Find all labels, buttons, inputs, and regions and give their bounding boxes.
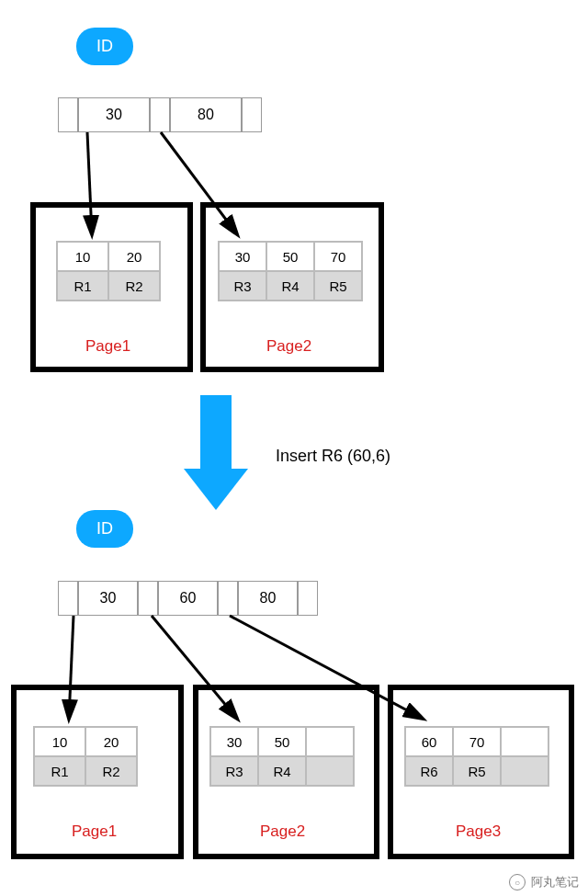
page-table: 60 70 R6 R5: [404, 726, 549, 787]
id-badge-after: ID: [76, 510, 133, 548]
root-key: 80: [238, 581, 298, 616]
row-cell: R3: [210, 756, 258, 786]
root-key: 60: [158, 581, 218, 616]
key-cell: 50: [266, 242, 314, 271]
row-cell: [501, 756, 548, 786]
key-cell: 30: [210, 727, 258, 756]
page-label: Page1: [72, 822, 117, 841]
row-cell: R6: [405, 756, 453, 786]
row-cell: R5: [453, 756, 501, 786]
key-cell: 10: [34, 727, 85, 756]
key-cell: 20: [108, 242, 160, 271]
page-label: Page2: [266, 337, 311, 356]
transition-label: Insert R6 (60,6): [276, 447, 390, 466]
root-cell: [298, 581, 318, 616]
root-key: 30: [78, 97, 150, 132]
root-key: 80: [170, 97, 242, 132]
root-cell: [218, 581, 238, 616]
root-key: 30: [78, 581, 138, 616]
row-cell: R1: [34, 756, 85, 786]
page-table: 30 50 70 R3 R4 R5: [218, 241, 363, 301]
row-cell: R2: [85, 756, 137, 786]
root-cell: [150, 97, 170, 132]
page-label: Page3: [456, 822, 501, 841]
root-cell: [138, 581, 158, 616]
row-cell: [306, 756, 354, 786]
row-cell: R2: [108, 271, 160, 301]
row-cell: R1: [57, 271, 108, 301]
root-cell: [58, 581, 78, 616]
row-cell: R5: [314, 271, 362, 301]
root-cell: [58, 97, 78, 132]
row-cell: R4: [258, 756, 306, 786]
page-label: Page2: [260, 822, 305, 841]
key-cell: 30: [219, 242, 266, 271]
key-cell: 50: [258, 727, 306, 756]
transition-arrow-icon: [184, 395, 248, 510]
root-cell: [242, 97, 262, 132]
page-table: 10 20 R1 R2: [56, 241, 161, 301]
wechat-icon: ○: [509, 874, 526, 890]
key-cell: 60: [405, 727, 453, 756]
key-cell: 70: [453, 727, 501, 756]
id-badge-before: ID: [76, 28, 133, 65]
page-table: 30 50 R3 R4: [209, 726, 355, 787]
row-cell: R3: [219, 271, 266, 301]
key-cell: [306, 727, 354, 756]
page-table: 10 20 R1 R2: [33, 726, 138, 787]
watermark: ○ 阿丸笔记: [509, 874, 579, 890]
svg-rect-0: [200, 395, 232, 473]
row-cell: R4: [266, 271, 314, 301]
key-cell: 70: [314, 242, 362, 271]
key-cell: [501, 727, 548, 756]
svg-marker-1: [184, 469, 248, 510]
watermark-text: 阿丸笔记: [531, 874, 579, 890]
page-label: Page1: [85, 337, 130, 356]
key-cell: 10: [57, 242, 108, 271]
key-cell: 20: [85, 727, 137, 756]
